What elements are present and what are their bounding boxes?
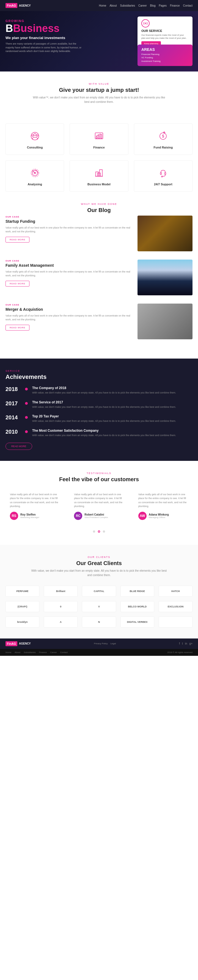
footer-links: Privacy Policy Legal	[94, 642, 116, 645]
achievements-button[interactable]: READ MORE	[5, 443, 32, 450]
footer-bottom: Home About Subsidiaries Finance Career C…	[0, 649, 198, 656]
nav-home[interactable]: Home	[99, 4, 107, 7]
achievement-name-0: The Company of 2018	[32, 386, 193, 390]
client-4: HATCH	[159, 586, 193, 597]
person-info-0: Roy Steffen Marketing Manager	[20, 513, 39, 519]
social-googleplus[interactable]: g+	[190, 642, 193, 645]
svg-rect-6	[96, 137, 97, 138]
footer-privacy[interactable]: Privacy Policy	[94, 642, 108, 645]
client-14	[159, 616, 193, 627]
blog-btn-2[interactable]: READ MORE	[5, 325, 29, 331]
service-card-desc: Our financial experts make the most of y…	[141, 33, 188, 40]
avatar-0: RS	[10, 512, 18, 520]
testimonial-person-2: AW Adana Winkorg Managing Officer	[138, 512, 188, 520]
achievement-content-1: The Service of 2017 With value, we don't…	[32, 400, 193, 409]
blog-text-0: Value really gets all of our best work i…	[5, 226, 133, 234]
client-6: 0	[44, 601, 78, 612]
person-name-2: Adana Winkorg	[149, 513, 169, 516]
blog-text-1: Value really gets all of our best work i…	[5, 270, 133, 278]
blog-btn-1[interactable]: READ MORE	[5, 281, 29, 286]
footer-bottom-about[interactable]: About	[14, 651, 20, 654]
footer-bottom-home[interactable]: Home	[5, 651, 11, 654]
blog-category-1: OUR CASE	[5, 259, 133, 262]
achievement-dot-3	[25, 430, 28, 433]
startup-title: Give your startup a jump start!	[5, 87, 193, 93]
service-support[interactable]: 24/7 Support	[134, 160, 193, 192]
blog-text-2: Value really gets all of our best work i…	[5, 314, 133, 322]
service-consulting[interactable]: Consulting	[5, 124, 64, 155]
svg-rect-8	[101, 134, 102, 138]
footer-logo: FinAG AGENCY	[5, 641, 31, 646]
social-linkedin[interactable]: in	[185, 642, 187, 645]
testimonials-section: TESTIMONIALS Feel the vibe of our custom…	[0, 461, 198, 545]
service-fundraising[interactable]: $ Fund Raising	[134, 124, 193, 155]
client-13: DIGITAL VERBEX	[120, 616, 154, 627]
achievement-desc-0: With value, we don't make you start from…	[32, 391, 193, 395]
nav-blog[interactable]: Blog	[150, 4, 156, 7]
achievement-year-1: 2017	[5, 400, 21, 407]
business-model-icon	[92, 166, 106, 180]
fundraising-name: Fund Raising	[137, 146, 190, 149]
achievement-desc-1: With value, we don't make you start from…	[32, 405, 193, 409]
blog-label: WHAT WE HAVE DONE	[5, 203, 193, 205]
social-facebook[interactable]: f	[179, 642, 180, 645]
service-card-title: OUR SERVICE	[141, 29, 188, 32]
achievement-year-3: 2010	[5, 429, 21, 435]
dot-1[interactable]	[98, 530, 100, 533]
blog-content-1: OUR CASE Family Asset Management Value r…	[5, 259, 133, 286]
clients-title: Our Great Clients	[5, 560, 193, 566]
testimonial-person-0: RS Roy Steffen Marketing Manager	[10, 512, 60, 520]
startup-subtitle: With value™, we don't make you start fro…	[30, 95, 168, 104]
achievement-year-2: 2014	[5, 414, 21, 421]
nav-subsidiaries[interactable]: Subsidiaries	[120, 4, 135, 7]
testimonial-dots	[5, 529, 193, 534]
svg-rect-17	[97, 173, 101, 176]
nav-pages[interactable]: Pages	[159, 4, 167, 7]
client-2: CAPITAL	[82, 586, 116, 597]
dot-2[interactable]	[103, 530, 105, 533]
achievements-section: SERVICE Achievements 2018 The Company of…	[0, 359, 198, 461]
blog-item-2: OUR CASE Merger & Acquistion Value reall…	[5, 304, 193, 339]
blog-image-0	[137, 216, 193, 251]
clients-section: OUR CLIENTS Our Great Clients With value…	[0, 545, 198, 638]
person-info-2: Adana Winkorg Managing Officer	[149, 513, 169, 519]
logo[interactable]: FinAG AGENCY	[5, 3, 31, 8]
footer: FinAG AGENCY Privacy Policy Legal f t in…	[0, 638, 198, 649]
nav-finance[interactable]: Finance	[170, 4, 180, 7]
areas-badge: AREAS Financial Planning VC Funding Inve…	[137, 45, 193, 66]
testimonial-1: Value really gets all of our best work i…	[70, 488, 128, 524]
person-info-1: Robert Catalini Vice-President Complex	[85, 513, 108, 519]
person-title-2: Managing Officer	[149, 516, 169, 519]
person-name-0: Roy Steffen	[20, 513, 39, 516]
nav-contact[interactable]: Contact	[183, 4, 193, 7]
navbar: FinAG AGENCY Home About Subsidiaries Car…	[0, 0, 198, 11]
blog-content-0: OUR CASE Startup Funding Value really ge…	[5, 216, 133, 242]
svg-point-2	[34, 134, 36, 135]
footer-legal[interactable]: Legal	[110, 642, 116, 645]
nav-career[interactable]: Career	[138, 4, 147, 7]
service-finance[interactable]: Finance	[70, 124, 128, 155]
blog-item-1: OUR CASE Family Asset Management Value r…	[5, 259, 193, 295]
consulting-icon	[28, 129, 42, 143]
finance-icon	[92, 129, 106, 143]
service-business-model[interactable]: Business Model	[70, 160, 128, 192]
footer-bottom-contact[interactable]: Contact	[60, 651, 68, 654]
social-twitter[interactable]: t	[182, 642, 183, 645]
footer-bottom-subsidiaries[interactable]: Subsidiaries	[24, 651, 36, 654]
client-1: Brilliant	[44, 586, 78, 597]
startup-label: WITH VALUE	[5, 83, 193, 85]
areas-title: AREAS	[141, 47, 188, 52]
blog-btn-0[interactable]: READ MORE	[5, 237, 29, 242]
avatar-2: AW	[138, 512, 147, 520]
footer-logo-text: AGENCY	[19, 642, 31, 645]
dot-0[interactable]	[93, 530, 95, 533]
service-analysing[interactable]: Analysing	[5, 160, 64, 192]
svg-rect-15	[96, 172, 99, 176]
nav-about[interactable]: About	[109, 4, 117, 7]
blog-title: Our Blog	[5, 207, 193, 213]
footer-bottom-finance[interactable]: Finance	[39, 651, 47, 654]
footer-bottom-career[interactable]: Career	[50, 651, 57, 654]
testimonial-2: Value really gets all of our best work i…	[134, 488, 193, 524]
blog-content-2: OUR CASE Merger & Acquistion Value reall…	[5, 304, 133, 331]
achievements-title: Achievements	[5, 374, 193, 380]
